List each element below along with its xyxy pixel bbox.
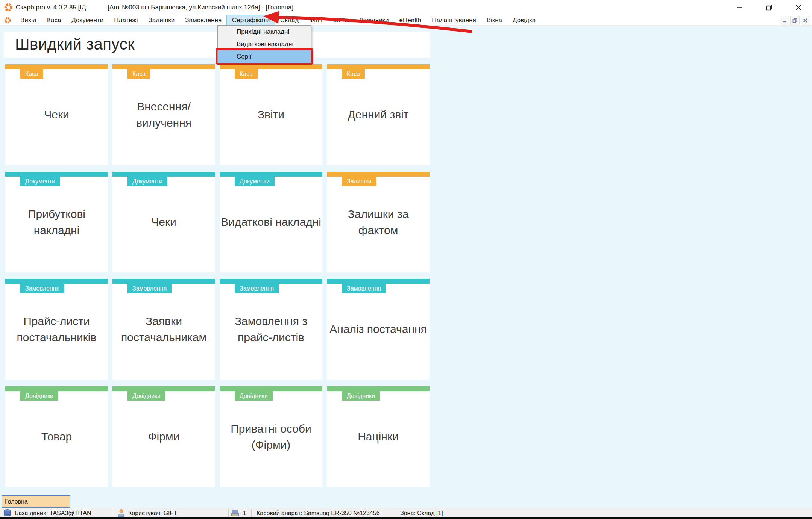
window-controls [732, 0, 806, 15]
tile-title: Приватні особи (Фірми) [220, 386, 322, 487]
tile-title: Фірми [112, 386, 215, 487]
restore-icon [766, 4, 773, 11]
menubar-item-10[interactable]: Звіти [328, 15, 353, 25]
status-segment-1: База даних: TASA3@TITAN [3, 508, 91, 518]
menubar-items: ВихідКасаДокументиПлатежіЗалишкиЗамовлен… [15, 15, 541, 26]
quick-launch-header-panel: Швидкий запуск [4, 32, 430, 58]
dropdown-item-1[interactable]: Прихідні накладні [218, 26, 311, 38]
mdi-minimize-button[interactable] [780, 16, 789, 25]
quick-launch-tile[interactable]: КасаВнесення/вилучення [112, 64, 215, 165]
status-segment-5: Зона: Склад [1] [400, 508, 443, 518]
tile-title: Внесення/вилучення [112, 64, 215, 165]
database-icon [3, 509, 12, 517]
menubar-item-1[interactable]: Вихід [15, 15, 42, 25]
tile-title: Замовлення з прайс-листів [220, 279, 322, 380]
mdi-minimize-icon [782, 18, 787, 23]
status-segment-4: Касовий апарат: Samsung ER-350 №123456 [257, 508, 380, 518]
statusbar-separator [228, 509, 229, 517]
page-title: Швидкий запуск [15, 35, 135, 53]
app-logo-icon [4, 3, 13, 12]
quick-launch-tile[interactable]: ДокументиЧеки [112, 172, 215, 272]
dropdown-item-3[interactable]: Серії [218, 50, 311, 63]
minimize-icon [736, 4, 743, 11]
statusbar-separator [114, 509, 114, 517]
status-segment-2: Користувач: GIFT [117, 508, 177, 518]
dropdown-item-2[interactable]: Видаткові накладні [218, 38, 311, 50]
tile-title: Аналіз постачання [327, 279, 430, 380]
cash-register-icon [231, 509, 240, 517]
quick-launch-tile[interactable]: ДовідникиПриватні особи (Фірми) [220, 386, 322, 487]
menubar-item-7[interactable]: Сертифікати [227, 15, 275, 25]
quick-launch-tile[interactable]: КасаЧеки [5, 64, 108, 165]
tile-title: Чеки [5, 64, 108, 165]
user-icon [117, 509, 125, 517]
status-text: 1 [243, 510, 246, 517]
quick-launch-tile[interactable]: ДовідникиТовар [5, 386, 108, 487]
menubar-item-12[interactable]: eHealth [394, 15, 427, 25]
mdi-close-icon [803, 18, 808, 23]
quick-launch-tile[interactable]: ДовідникиНацінки [327, 386, 430, 487]
minimize-button[interactable] [732, 0, 747, 15]
statusbar-separator [396, 509, 396, 517]
tile-title: Заявки постачальникам [112, 279, 215, 380]
menubar-item-8[interactable]: Склад [275, 15, 304, 25]
menubar-item-4[interactable]: Платежі [109, 15, 143, 25]
quick-launch-tile[interactable]: ДокументиВидаткові накладні [220, 172, 322, 272]
menubar-item-2[interactable]: Каса [42, 15, 66, 25]
bottom-black-strip [0, 517, 812, 519]
quick-launch-tile[interactable]: ЗамовленняЗаявки постачальникам [112, 279, 215, 380]
tile-title: Прайс-листи постачальників [5, 279, 108, 380]
close-button[interactable] [791, 0, 806, 15]
tile-title: Видаткові накладні [220, 172, 322, 272]
tile-title: Прибуткові накладні [5, 172, 108, 272]
menubar-item-9[interactable]: Філії [304, 15, 328, 25]
quick-launch-tile[interactable]: ДовідникиФірми [112, 386, 215, 487]
menubar-item-5[interactable]: Залишки [143, 15, 180, 25]
quick-launch-tile[interactable]: ЗамовленняПрайс-листи постачальників [5, 279, 108, 380]
close-icon [795, 4, 802, 11]
menubar: ВихідКасаДокументиПлатежіЗалишкиЗамовлен… [0, 15, 812, 26]
mdi-workspace: Швидкий запуск КасаЧекиКасаВнесення/вилу… [0, 26, 812, 519]
menubar-item-15[interactable]: Довідка [507, 15, 541, 25]
quick-launch-tile[interactable]: ЗамовленняЗамовлення з прайс-листів [220, 279, 322, 380]
tab-holovna[interactable]: Головна [2, 495, 70, 508]
mdi-window-controls [780, 16, 810, 25]
app-logo-icon-small [4, 17, 11, 24]
mdi-restore-icon [792, 18, 797, 23]
menubar-item-3[interactable]: Документи [66, 15, 109, 25]
restore-button[interactable] [762, 0, 777, 15]
statusbar: База даних: TASA3@TITAN Користувач: GIFT… [0, 508, 812, 517]
quick-launch-tile[interactable]: ЗалишкиЗалишки за фактом [327, 172, 430, 272]
tile-title: Чеки [112, 172, 215, 272]
tile-title: Звіти [220, 64, 322, 165]
certificates-dropdown-menu: Прихідні накладніВидаткові накладніСерії [217, 25, 311, 63]
statusbar-separator [251, 509, 252, 517]
menubar-item-13[interactable]: Налаштування [426, 15, 481, 25]
window-title: Скарб pro v. 4.0.2.85 [ІД: - [Апт №003 п… [16, 4, 293, 11]
tile-title: Націнки [327, 386, 430, 487]
quick-launch-tile[interactable]: КасаЗвіти [220, 64, 322, 165]
menubar-item-11[interactable]: Довідники [354, 15, 394, 25]
status-text: База даних: TASA3@TITAN [15, 510, 91, 517]
tile-title: Товар [5, 386, 108, 487]
tile-title: Залишки за фактом [327, 172, 430, 272]
mdi-restore-button[interactable] [790, 16, 800, 25]
quick-launch-tile[interactable]: ДокументиПрибуткові накладні [5, 172, 108, 272]
status-text: Користувач: GIFT [128, 510, 177, 517]
menubar-item-14[interactable]: Вікна [481, 15, 507, 25]
window-titlebar: Скарб pro v. 4.0.2.85 [ІД: - [Апт №003 п… [0, 0, 812, 15]
status-text: Касовий апарат: Samsung ER-350 №123456 [257, 510, 380, 517]
tile-title: Денний звіт [327, 64, 430, 165]
quick-launch-tile[interactable]: КасаДенний звіт [327, 64, 430, 165]
mdi-close-button[interactable] [801, 16, 810, 25]
quick-launch-tile[interactable]: ЗамовленняАналіз постачання [327, 279, 430, 380]
status-text: Зона: Склад [1] [400, 510, 443, 517]
menubar-item-6[interactable]: Замовлення [180, 15, 227, 25]
status-segment-3: 1 [231, 508, 246, 518]
